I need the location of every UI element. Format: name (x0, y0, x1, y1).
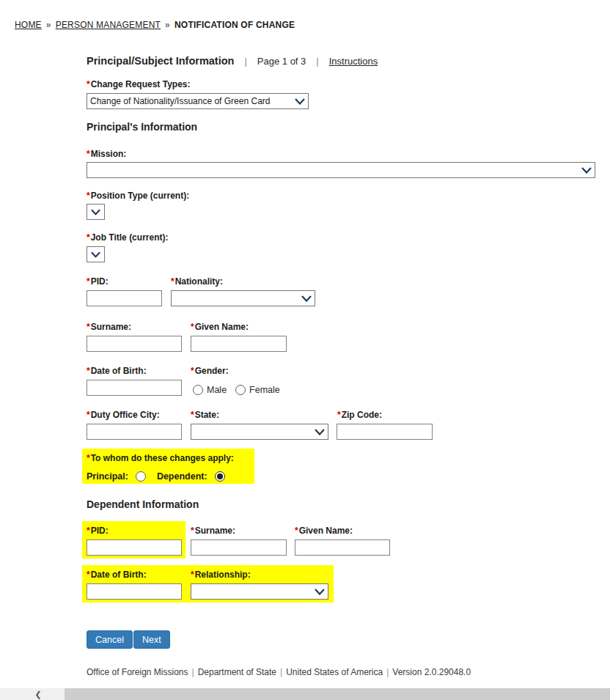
change-request-types-select[interactable]: Change of Nationality/Issuance of Green … (87, 93, 309, 109)
given-name-input[interactable] (191, 336, 287, 352)
dob-input[interactable] (87, 380, 182, 396)
required-asterisk: * (87, 570, 90, 580)
chevron-down-icon (91, 251, 100, 258)
gender-female-radio[interactable] (235, 385, 246, 395)
required-asterisk: * (171, 276, 174, 287)
required-asterisk: * (87, 79, 90, 89)
state-label: *State: (191, 410, 219, 420)
change-request-types-value: Change of Nationality/Issuance of Green … (90, 96, 270, 106)
page-title: Principal/Subject Information (87, 55, 234, 67)
surname-input[interactable] (87, 336, 182, 352)
required-asterisk: * (87, 453, 90, 463)
gender-male-radio[interactable] (193, 385, 203, 395)
footer-department: Department of State (198, 667, 276, 677)
change-request-types-label: *Change Request Types: (87, 79, 190, 89)
pid-label: *PID: (87, 276, 109, 287)
gender-male-label: Male (207, 385, 227, 395)
job-title-select[interactable] (87, 246, 105, 262)
job-title-label: *Job Title (current): (87, 232, 168, 243)
apply-principal-label: Principal: (87, 471, 128, 482)
header-divider: | (244, 56, 246, 67)
chevron-down-icon (91, 209, 100, 215)
footer-office: Office of Foreign Missions (87, 667, 188, 677)
pid-input[interactable] (87, 290, 162, 306)
breadcrumb-person-management-link[interactable]: PERSON MANAGEMENT (56, 20, 161, 30)
chevron-down-icon (301, 295, 312, 302)
breadcrumb-separator: » (46, 20, 51, 30)
dependent-dob-label: *Date of Birth: (87, 570, 147, 580)
chevron-down-icon (295, 98, 305, 105)
zip-code-input[interactable] (337, 424, 433, 440)
required-asterisk: * (87, 366, 90, 376)
mission-label: *Mission: (87, 149, 126, 159)
footer-version: Version 2.0.29048.0 (392, 667, 471, 677)
apply-label: *To whom do these changes apply: (87, 453, 234, 463)
instructions-link[interactable]: Instructions (329, 56, 378, 67)
required-asterisk: * (191, 322, 194, 332)
chevron-down-icon (315, 589, 325, 595)
zip-code-label: *Zip Code: (337, 410, 382, 420)
required-asterisk: * (87, 410, 90, 420)
apply-radio-group: Principal: Dependent: (87, 469, 225, 482)
chevron-down-icon (581, 167, 592, 174)
dependent-given-name-label: *Given Name: (295, 526, 353, 536)
relationship-select[interactable] (191, 583, 328, 600)
chevron-down-icon (315, 429, 325, 435)
page-header: Principal/Subject Information | Page 1 o… (87, 55, 378, 67)
required-asterisk: * (87, 276, 90, 287)
cancel-button[interactable]: Cancel (87, 630, 133, 649)
dependent-pid-input[interactable] (87, 539, 182, 556)
position-type-label: *Position Type (current): (87, 191, 189, 201)
dependent-surname-input[interactable] (191, 539, 287, 556)
apply-dependent-radio[interactable] (215, 471, 225, 482)
footer-separator: | (280, 667, 282, 677)
scrollbar-thumb[interactable] (65, 688, 610, 700)
duty-office-city-input[interactable] (87, 424, 182, 440)
required-asterisk: * (337, 410, 341, 420)
dependent-pid-label: *PID: (87, 526, 109, 536)
footer-separator: | (386, 667, 389, 677)
footer-country: United States of America (286, 667, 383, 677)
position-type-select[interactable] (87, 204, 105, 220)
required-asterisk: * (191, 366, 194, 376)
required-asterisk: * (87, 191, 90, 201)
breadcrumb-current: NOTIFICATION OF CHANGE (174, 20, 295, 30)
gender-radio-group: MaleFemale (193, 383, 283, 396)
page-indicator: Page 1 of 3 (257, 56, 306, 67)
required-asterisk: * (191, 410, 194, 420)
relationship-label: *Relationship: (191, 570, 251, 580)
given-name-label: *Given Name: (191, 322, 249, 332)
scroll-left-arrow-icon[interactable]: ❮ (29, 688, 47, 700)
required-asterisk: * (87, 232, 90, 243)
apply-principal-radio[interactable] (136, 471, 146, 482)
gender-label: *Gender: (191, 366, 229, 376)
required-asterisk: * (87, 322, 90, 332)
required-asterisk: * (191, 526, 194, 536)
dependent-dob-input[interactable] (87, 583, 182, 600)
dob-label: *Date of Birth: (87, 366, 147, 376)
required-asterisk: * (87, 526, 90, 536)
breadcrumb-separator: » (165, 20, 170, 30)
header-divider: | (316, 56, 318, 67)
required-asterisk: * (87, 149, 90, 159)
surname-label: *Surname: (87, 322, 131, 332)
apply-dependent-label: Dependent: (157, 471, 207, 482)
dependent-given-name-input[interactable] (295, 539, 390, 556)
state-select[interactable] (191, 424, 328, 440)
dependent-surname-label: *Surname: (191, 526, 235, 536)
duty-office-city-label: *Duty Office City: (87, 410, 160, 420)
required-asterisk: * (191, 570, 194, 580)
horizontal-scrollbar[interactable]: ❮ (0, 688, 610, 700)
footer-separator: | (192, 667, 194, 677)
mission-select[interactable] (87, 162, 595, 178)
nationality-label: *Nationality: (171, 276, 223, 287)
required-asterisk: * (295, 526, 298, 536)
footer: Office of Foreign Missions|Department of… (87, 667, 471, 677)
dependent-information-heading: Dependent Information (87, 498, 199, 510)
next-button[interactable]: Next (133, 630, 170, 649)
gender-female-label: Female (249, 385, 280, 395)
principal-information-heading: Principal's Information (87, 121, 197, 133)
breadcrumb-home-link[interactable]: HOME (15, 20, 42, 30)
notification-of-change-page: HOME»PERSON MANAGEMENT»NOTIFICATION OF C… (0, 0, 610, 700)
nationality-select[interactable] (171, 290, 315, 306)
